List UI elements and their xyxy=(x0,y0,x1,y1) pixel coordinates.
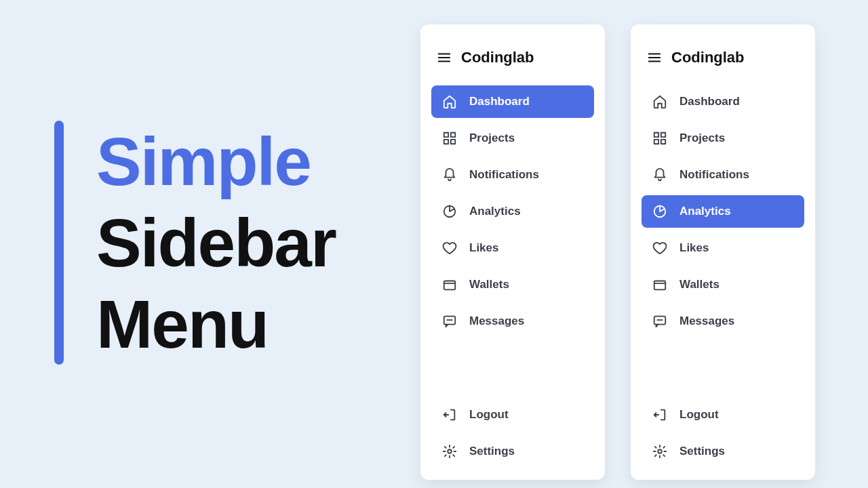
hero-line-3: Menu xyxy=(96,283,336,365)
sidebar-item-label: Wallets xyxy=(469,278,509,291)
svg-rect-20 xyxy=(654,281,666,290)
sidebar-item-label: Dashboard xyxy=(469,95,530,108)
sidebar-item-label: Likes xyxy=(679,241,709,255)
logout-icon xyxy=(652,407,667,422)
hero-line-2: Sidebar xyxy=(96,202,336,283)
sidebar-item-logout[interactable]: Logout xyxy=(642,399,804,431)
hamburger-icon[interactable] xyxy=(437,50,452,65)
sidebar-item-label: Analytics xyxy=(469,205,521,218)
hero-line-1: Simple xyxy=(96,121,336,202)
chat-icon xyxy=(442,314,457,329)
brand-name: Codinglab xyxy=(671,49,745,66)
sidebar-item-settings[interactable]: Settings xyxy=(431,435,594,468)
sidebar-item-messages[interactable]: Messages xyxy=(642,305,804,338)
svg-rect-6 xyxy=(451,140,455,144)
menu-main: DashboardProjectsNotificationsAnalyticsL… xyxy=(642,85,804,338)
sidebar-item-dashboard[interactable]: Dashboard xyxy=(642,85,804,118)
sidebar-item-wallets[interactable]: Wallets xyxy=(642,268,804,301)
heart-icon xyxy=(442,241,457,256)
sidebar-item-label: Logout xyxy=(469,408,509,422)
hero-title: Simple Sidebar Menu xyxy=(96,121,336,365)
heart-icon xyxy=(652,241,667,256)
sidebar-item-label: Wallets xyxy=(679,278,719,291)
sidebar-item-settings[interactable]: Settings xyxy=(642,435,804,468)
menu-main: DashboardProjectsNotificationsAnalyticsL… xyxy=(431,85,594,338)
sidebar-item-notifications[interactable]: Notifications xyxy=(431,159,594,191)
svg-rect-16 xyxy=(661,133,665,137)
wallet-icon xyxy=(442,277,457,292)
sidebar-item-label: Logout xyxy=(679,408,719,422)
brand-name: Codinglab xyxy=(461,49,534,66)
svg-rect-5 xyxy=(444,140,448,144)
sidebar-b: Codinglab DashboardProjectsNotifications… xyxy=(631,24,815,480)
grid-icon xyxy=(652,131,667,146)
sidebar-item-analytics[interactable]: Analytics xyxy=(431,195,594,228)
sidebar-item-dashboard[interactable]: Dashboard xyxy=(431,85,594,118)
hero: Simple Sidebar Menu xyxy=(54,121,336,365)
gear-icon xyxy=(442,444,457,459)
sidebar-item-projects[interactable]: Projects xyxy=(431,122,594,155)
sidebar-item-label: Likes xyxy=(469,241,498,255)
sidebar-item-label: Messages xyxy=(679,314,734,328)
svg-rect-15 xyxy=(654,133,658,137)
svg-rect-3 xyxy=(444,133,448,137)
svg-rect-17 xyxy=(654,140,658,144)
wallet-icon xyxy=(652,277,667,292)
sidebar-item-wallets[interactable]: Wallets xyxy=(431,268,594,301)
svg-point-23 xyxy=(658,449,662,453)
logout-icon xyxy=(442,407,457,422)
sidebar-a: Codinglab DashboardProjectsNotifications… xyxy=(420,24,605,480)
sidebar-item-label: Settings xyxy=(679,445,725,458)
sidebar-item-likes[interactable]: Likes xyxy=(642,232,804,264)
sidebar-item-logout[interactable]: Logout xyxy=(431,399,594,431)
hamburger-icon[interactable] xyxy=(647,50,662,65)
sidebar-item-analytics[interactable]: Analytics xyxy=(642,195,804,228)
menu-footer: LogoutSettings xyxy=(431,399,594,468)
chat-icon xyxy=(652,314,667,329)
sidebar-item-projects[interactable]: Projects xyxy=(642,122,804,155)
sidebar-item-likes[interactable]: Likes xyxy=(431,232,594,264)
sidebar-item-label: Projects xyxy=(469,131,515,145)
sidebar-item-label: Projects xyxy=(679,131,725,145)
sidebar-item-label: Notifications xyxy=(469,168,539,182)
home-icon xyxy=(442,94,457,109)
brand: Codinglab xyxy=(431,37,594,85)
pie-icon xyxy=(442,204,457,219)
gear-icon xyxy=(652,444,667,459)
sidebar-item-label: Settings xyxy=(469,445,515,458)
svg-rect-4 xyxy=(451,133,455,137)
sidebar-item-label: Notifications xyxy=(679,168,749,182)
sidebar-item-label: Dashboard xyxy=(679,95,740,108)
grid-icon xyxy=(442,131,457,146)
bell-icon xyxy=(442,167,457,182)
sidebar-item-messages[interactable]: Messages xyxy=(431,305,594,338)
menu-footer: LogoutSettings xyxy=(642,399,804,468)
bell-icon xyxy=(652,167,667,182)
accent-bar xyxy=(54,121,64,365)
brand: Codinglab xyxy=(642,37,804,85)
pie-icon xyxy=(652,204,667,219)
svg-point-11 xyxy=(448,449,452,453)
svg-rect-8 xyxy=(444,281,456,290)
sidebar-item-label: Messages xyxy=(469,314,524,328)
sidebar-item-notifications[interactable]: Notifications xyxy=(642,159,804,191)
sidebar-item-label: Analytics xyxy=(679,205,731,218)
home-icon xyxy=(652,94,667,109)
svg-rect-18 xyxy=(661,140,665,144)
